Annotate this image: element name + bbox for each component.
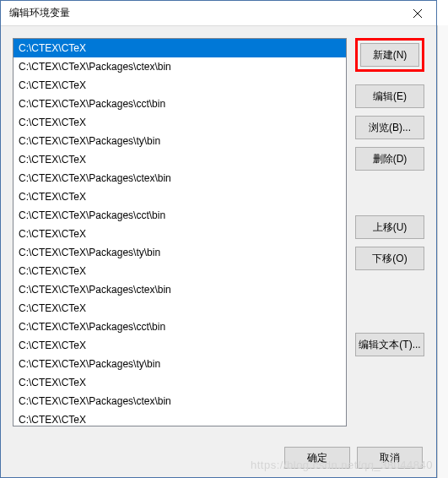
dialog-window: 编辑环境变量 C:\CTEX\CTeXC:\CTEX\CTeX\Packages… bbox=[0, 0, 437, 478]
list-item[interactable]: C:\CTEX\CTeX\Packages\cct\bin bbox=[13, 95, 346, 113]
list-item[interactable]: C:\CTEX\CTeX\Packages\cct\bin bbox=[13, 206, 346, 225]
titlebar: 编辑环境变量 bbox=[1, 1, 436, 26]
list-item[interactable]: C:\CTEX\CTeX\Packages\cct\bin bbox=[13, 318, 346, 336]
list-item[interactable]: C:\CTEX\CTeX\Packages\ty\bin bbox=[13, 243, 346, 262]
list-item[interactable]: C:\CTEX\CTeX bbox=[13, 225, 346, 243]
list-item[interactable]: C:\CTEX\CTeX\Packages\ctex\bin bbox=[13, 280, 346, 299]
list-item[interactable]: C:\CTEX\CTeX bbox=[13, 76, 346, 95]
path-listbox[interactable]: C:\CTEX\CTeXC:\CTEX\CTeX\Packages\ctex\b… bbox=[13, 39, 346, 426]
list-item[interactable]: C:\CTEX\CTeX bbox=[13, 150, 346, 169]
list-item[interactable]: C:\CTEX\CTeX\Packages\ctex\bin bbox=[13, 392, 346, 410]
list-item[interactable]: C:\CTEX\CTeX bbox=[13, 113, 346, 132]
cancel-button[interactable]: 取消 bbox=[357, 447, 423, 469]
list-item[interactable]: C:\CTEX\CTeX\Packages\ty\bin bbox=[13, 132, 346, 150]
list-item[interactable]: C:\CTEX\CTeX bbox=[13, 187, 346, 206]
browse-button[interactable]: 浏览(B)... bbox=[355, 116, 424, 139]
list-item[interactable]: C:\CTEX\CTeX\Packages\ctex\bin bbox=[13, 57, 346, 76]
list-item[interactable]: C:\CTEX\CTeX bbox=[13, 262, 346, 280]
path-listbox-container: C:\CTEX\CTeXC:\CTEX\CTeX\Packages\ctex\b… bbox=[13, 38, 347, 426]
right-edge-background bbox=[437, 25, 448, 478]
list-item[interactable]: C:\CTEX\CTeX bbox=[13, 299, 346, 318]
dialog-content: C:\CTEX\CTeXC:\CTEX\CTeX\Packages\ctex\b… bbox=[1, 26, 436, 477]
spacer bbox=[355, 278, 424, 325]
window-title: 编辑环境变量 bbox=[9, 6, 70, 20]
highlight-annotation: 新建(N) bbox=[355, 38, 424, 72]
list-item[interactable]: C:\CTEX\CTeX bbox=[13, 39, 346, 57]
edit-button[interactable]: 编辑(E) bbox=[355, 84, 424, 108]
list-item[interactable]: C:\CTEX\CTeX\Packages\ty\bin bbox=[13, 355, 346, 373]
list-item[interactable]: C:\CTEX\CTeX bbox=[13, 410, 346, 426]
button-column: 新建(N) 编辑(E) 浏览(B)... 删除(D) 上移(U) 下移(O) 编… bbox=[355, 38, 424, 437]
new-button[interactable]: 新建(N) bbox=[360, 43, 419, 67]
ok-button[interactable]: 确定 bbox=[284, 447, 350, 469]
move-up-button[interactable]: 上移(U) bbox=[355, 215, 424, 239]
main-row: C:\CTEX\CTeXC:\CTEX\CTeX\Packages\ctex\b… bbox=[13, 38, 424, 437]
close-icon bbox=[413, 9, 422, 18]
list-item[interactable]: C:\CTEX\CTeX bbox=[13, 336, 346, 355]
close-button[interactable] bbox=[398, 1, 436, 26]
edit-text-button[interactable]: 编辑文本(T)... bbox=[355, 333, 424, 356]
move-down-button[interactable]: 下移(O) bbox=[355, 247, 424, 270]
delete-button[interactable]: 删除(D) bbox=[355, 147, 424, 171]
dialog-buttons: 确定 取消 bbox=[13, 437, 424, 469]
list-item[interactable]: C:\CTEX\CTeX\Packages\ctex\bin bbox=[13, 169, 346, 187]
spacer bbox=[355, 178, 424, 208]
list-item[interactable]: C:\CTEX\CTeX bbox=[13, 373, 346, 392]
